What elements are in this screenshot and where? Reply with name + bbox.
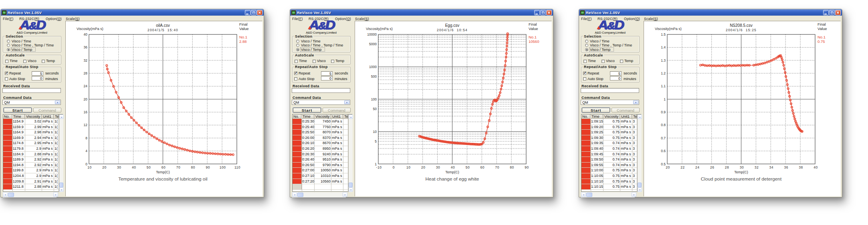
svg-text:Heat change of egg white: Heat change of egg white <box>426 176 479 182</box>
svg-text:Viscosity(mPa s): Viscosity(mPa s) <box>655 27 682 31</box>
svg-text:40: 40 <box>84 32 88 36</box>
svg-text:30: 30 <box>740 165 744 169</box>
svg-text:5: 5 <box>375 139 377 143</box>
svg-text:0.5: 0.5 <box>661 162 666 166</box>
svg-text:50: 50 <box>373 107 377 111</box>
svg-text:10: 10 <box>373 130 377 134</box>
svg-text:2.88: 2.88 <box>239 39 247 44</box>
svg-text:100: 100 <box>371 97 377 101</box>
svg-text:1.3: 1.3 <box>661 58 666 62</box>
svg-text:2004/1/6 15:25: 2004/1/6 15:25 <box>726 28 757 32</box>
svg-text:90: 90 <box>525 165 529 169</box>
svg-text:0.8: 0.8 <box>661 123 666 127</box>
svg-text:40: 40 <box>132 165 136 169</box>
svg-text:0.7: 0.7 <box>661 136 666 140</box>
svg-text:1: 1 <box>375 162 377 166</box>
svg-text:1.5: 1.5 <box>661 32 666 36</box>
svg-text:16: 16 <box>84 110 88 114</box>
svg-text:50: 50 <box>466 165 470 169</box>
svg-text:No.1: No.1 <box>239 35 247 39</box>
svg-text:32: 32 <box>755 165 759 169</box>
svg-text:50: 50 <box>147 165 151 169</box>
svg-text:34: 34 <box>769 165 773 169</box>
svg-text:Temp(C): Temp(C) <box>445 170 459 174</box>
svg-text:38: 38 <box>799 165 803 169</box>
svg-text:oilA.csv: oilA.csv <box>156 23 170 28</box>
svg-text:28: 28 <box>725 165 729 169</box>
svg-text:90: 90 <box>206 165 210 169</box>
svg-text:26: 26 <box>710 165 714 169</box>
svg-text:No.1: No.1 <box>818 35 826 39</box>
svg-text:32: 32 <box>84 58 88 62</box>
svg-text:-10: -10 <box>376 165 382 169</box>
svg-text:Temp(C): Temp(C) <box>734 170 748 174</box>
svg-text:0.75: 0.75 <box>818 39 825 44</box>
svg-text:36: 36 <box>84 45 88 49</box>
svg-text:0: 0 <box>85 162 87 166</box>
svg-text:30: 30 <box>117 165 121 169</box>
svg-text:Cloud point measurement of det: Cloud point measurement of detergent <box>701 176 782 182</box>
svg-text:28: 28 <box>84 71 88 75</box>
svg-text:8: 8 <box>85 136 87 140</box>
svg-text:0.9: 0.9 <box>661 110 666 114</box>
svg-text:1: 1 <box>664 97 666 101</box>
svg-text:10000: 10000 <box>367 32 377 36</box>
svg-text:Egg.csv: Egg.csv <box>445 23 460 28</box>
svg-text:0: 0 <box>393 165 395 169</box>
svg-text:1000: 1000 <box>369 65 377 69</box>
svg-text:22: 22 <box>680 165 684 169</box>
svg-text:80: 80 <box>191 165 195 169</box>
svg-text:40: 40 <box>813 165 818 169</box>
svg-text:60: 60 <box>480 165 484 169</box>
svg-text:500: 500 <box>371 74 377 78</box>
svg-text:Final: Final <box>239 22 248 26</box>
svg-text:24: 24 <box>84 84 88 88</box>
svg-text:40: 40 <box>451 165 455 169</box>
svg-text:70: 70 <box>176 165 180 169</box>
svg-text:24: 24 <box>695 165 699 169</box>
svg-text:Viscosity(mPa s): Viscosity(mPa s) <box>77 27 103 31</box>
svg-text:1.4: 1.4 <box>661 45 666 49</box>
svg-text:5000: 5000 <box>369 42 377 46</box>
svg-text:No.1: No.1 <box>529 35 537 39</box>
svg-text:NS208.5.csv: NS208.5.csv <box>730 23 753 28</box>
svg-text:4: 4 <box>85 149 87 153</box>
svg-text:Temp(C): Temp(C) <box>156 170 170 174</box>
svg-text:20: 20 <box>421 165 425 169</box>
svg-text:20: 20 <box>84 97 88 101</box>
svg-text:70: 70 <box>495 165 499 169</box>
svg-text:1.2: 1.2 <box>661 71 666 75</box>
svg-text:Temperature and viscosity of l: Temperature and viscosity of lubricating… <box>118 176 207 182</box>
svg-text:Value: Value <box>818 26 827 31</box>
svg-text:60: 60 <box>161 165 166 169</box>
svg-text:20: 20 <box>666 165 670 169</box>
svg-text:1.1: 1.1 <box>661 84 666 88</box>
svg-text:100: 100 <box>220 165 226 169</box>
svg-text:10560: 10560 <box>529 39 539 44</box>
svg-text:10: 10 <box>87 165 91 169</box>
svg-text:36: 36 <box>784 165 788 169</box>
svg-text:110: 110 <box>234 165 240 169</box>
svg-text:0.6: 0.6 <box>661 149 666 153</box>
svg-text:Final: Final <box>529 22 537 26</box>
svg-text:2004/1/5 15:40: 2004/1/5 15:40 <box>147 28 178 32</box>
svg-text:Viscosity(mPa s): Viscosity(mPa s) <box>366 27 393 31</box>
svg-text:Value: Value <box>239 26 249 31</box>
svg-text:20: 20 <box>102 165 106 169</box>
svg-text:2004/1/6 10:54: 2004/1/6 10:54 <box>437 28 468 32</box>
svg-text:10: 10 <box>406 165 410 169</box>
svg-text:Value: Value <box>529 26 538 31</box>
svg-text:Final: Final <box>818 22 826 26</box>
svg-text:12: 12 <box>84 123 88 127</box>
svg-text:30: 30 <box>436 165 440 169</box>
svg-text:80: 80 <box>510 165 514 169</box>
